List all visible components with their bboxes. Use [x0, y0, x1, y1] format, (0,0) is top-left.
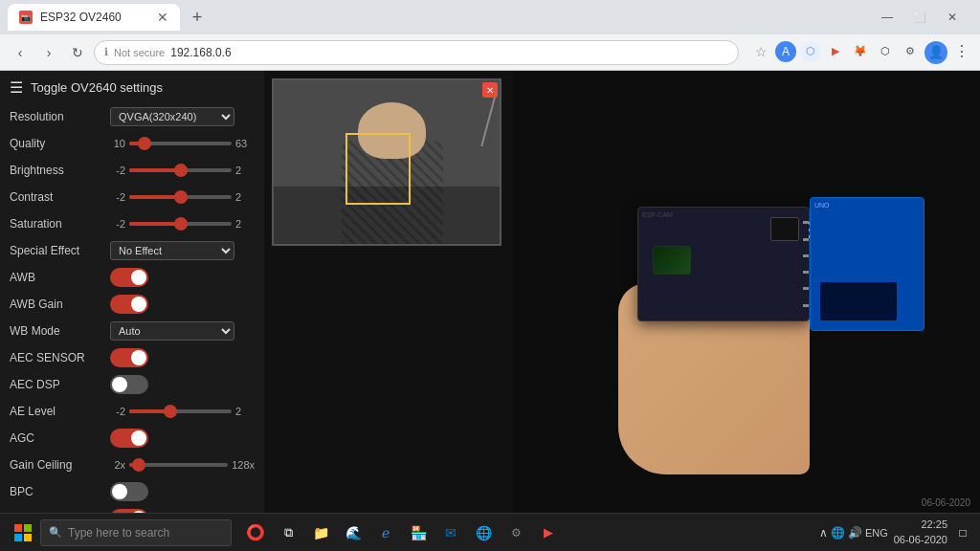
saturation-thumb[interactable]	[174, 217, 188, 231]
reload-button[interactable]: ↻	[65, 40, 90, 65]
aec-sensor-control	[110, 348, 255, 367]
contrast-max: 2	[235, 191, 255, 203]
hamburger-menu[interactable]: ☰	[10, 78, 23, 97]
ae-level-slider-container: -2 2	[110, 406, 255, 417]
new-tab-button[interactable]: +	[184, 4, 211, 31]
brightness-slider[interactable]	[129, 168, 232, 172]
search-placeholder: Type here to search	[68, 526, 169, 540]
restore-button[interactable]: ⬜	[907, 5, 932, 30]
notification-button[interactable]: □	[953, 518, 972, 547]
awb-row: AWB	[10, 267, 255, 288]
browser-chrome: 📷 ESP32 OV2460 ✕ + — ⬜ ✕ ‹ › ↻ ℹ Not sec…	[0, 0, 980, 71]
brightness-row: Brightness -2 2	[10, 160, 255, 181]
taskbar-search[interactable]: 🔍 Type here to search	[40, 519, 232, 546]
cortana-button[interactable]: ⭕	[241, 518, 270, 547]
arduino-label: UNO	[811, 198, 924, 212]
ie-button[interactable]: ℯ	[371, 518, 400, 547]
aec-sensor-toggle[interactable]	[110, 348, 148, 367]
brightness-max: 2	[235, 165, 255, 176]
app2[interactable]: ▶	[534, 518, 563, 547]
clock[interactable]: 22:25 06-06-2020	[894, 518, 947, 547]
taskbar-right: ∧ 🌐 🔊 ENG 22:25 06-06-2020 □	[819, 518, 972, 547]
brightness-thumb[interactable]	[174, 164, 188, 177]
extension1[interactable]: ⬡	[800, 41, 821, 62]
saturation-slider[interactable]	[129, 222, 232, 226]
app1[interactable]: ⚙	[501, 518, 530, 547]
awb-label: AWB	[10, 271, 110, 284]
brightness-label: Brightness	[10, 164, 110, 177]
ae-level-slider[interactable]	[129, 409, 232, 413]
resolution-select[interactable]: QVGA(320x240)	[110, 107, 234, 126]
right-content: ✕	[264, 71, 980, 513]
tab-bar: 📷 ESP32 OV2460 ✕ + — ⬜ ✕	[0, 0, 980, 34]
close-window-button[interactable]: ✕	[940, 5, 965, 30]
start-button[interactable]	[8, 518, 38, 548]
aec-dsp-thumb	[112, 377, 127, 392]
contrast-min: -2	[110, 191, 125, 203]
aec-sensor-thumb	[131, 350, 146, 365]
svg-rect-5	[14, 534, 22, 541]
wb-mode-select[interactable]: Auto	[110, 321, 234, 341]
wb-mode-label: WB Mode	[10, 324, 110, 338]
ae-level-thumb[interactable]	[164, 405, 177, 418]
quality-thumb[interactable]	[138, 137, 151, 150]
svg-rect-3	[14, 524, 22, 532]
board-chip2	[653, 246, 691, 275]
forward-button[interactable]: ›	[36, 40, 61, 65]
address-bar[interactable]: ℹ Not secure 192.168.0.6	[94, 40, 739, 65]
resolution-label: Resolution	[10, 110, 110, 123]
extension3[interactable]: 🦊	[850, 41, 871, 62]
volume-icon[interactable]: 🔊	[848, 526, 862, 540]
svg-rect-6	[24, 534, 32, 541]
special-effect-control: No Effect	[110, 241, 255, 260]
gain-ceiling-thumb[interactable]	[132, 458, 145, 472]
aec-dsp-toggle[interactable]	[110, 375, 148, 394]
extension5[interactable]: ⚙	[900, 41, 921, 62]
gain-ceiling-slider[interactable]	[129, 463, 228, 467]
extension2[interactable]: ▶	[825, 41, 846, 62]
saturation-max: 2	[235, 218, 255, 230]
menu-button[interactable]: ⋮	[951, 41, 972, 62]
quality-slider[interactable]	[129, 142, 232, 145]
contrast-label: Contrast	[10, 190, 110, 204]
awb-gain-toggle[interactable]	[110, 295, 148, 314]
up-arrow-icon[interactable]: ∧	[819, 526, 828, 540]
bookmark-button[interactable]: ☆	[750, 41, 771, 62]
board-chip1	[770, 217, 799, 241]
extension4[interactable]: ⬡	[875, 41, 896, 62]
account-button[interactable]: A	[775, 41, 796, 62]
wb-mode-row: WB Mode Auto	[10, 320, 255, 342]
contrast-slider[interactable]	[129, 195, 232, 199]
arduino-board: UNO	[810, 197, 924, 331]
back-button[interactable]: ‹	[8, 40, 33, 65]
awb-control	[110, 268, 255, 287]
contrast-control: -2 2	[110, 191, 255, 203]
background-photo: ESP-CAM	[513, 71, 980, 513]
date-watermark: 06-06-2020	[922, 497, 970, 508]
tab-close-button[interactable]: ✕	[157, 10, 168, 25]
minimize-button[interactable]: —	[875, 5, 900, 30]
aec-dsp-label: AEC DSP	[10, 378, 110, 391]
edge-button[interactable]: 🌊	[339, 518, 368, 547]
mail-button[interactable]: ✉	[436, 518, 465, 547]
network-icon[interactable]: 🌐	[831, 526, 845, 540]
bpc-toggle[interactable]	[110, 482, 148, 501]
awb-toggle[interactable]	[110, 268, 148, 287]
agc-toggle[interactable]	[110, 429, 148, 448]
store-button[interactable]: 🏪	[404, 518, 433, 547]
chrome-button[interactable]: 🌐	[469, 518, 498, 547]
contrast-thumb[interactable]	[174, 190, 188, 204]
browser-tab[interactable]: 📷 ESP32 OV2460 ✕	[8, 4, 180, 31]
special-effect-select[interactable]: No Effect	[110, 241, 234, 260]
file-explorer-button[interactable]: 📁	[306, 518, 335, 547]
arduino-chip	[820, 282, 897, 320]
language-indicator[interactable]: ENG	[865, 527, 888, 539]
profile-button[interactable]: 👤	[924, 41, 947, 64]
brightness-slider-container: -2 2	[110, 165, 255, 176]
camera-close-button[interactable]: ✕	[482, 82, 498, 98]
special-effect-label: Special Effect	[10, 244, 110, 257]
face-detection-box	[345, 133, 411, 205]
windows-logo	[14, 524, 32, 541]
task-view-button[interactable]: ⧉	[274, 518, 302, 547]
quality-slider-container: 10 63	[110, 138, 255, 149]
